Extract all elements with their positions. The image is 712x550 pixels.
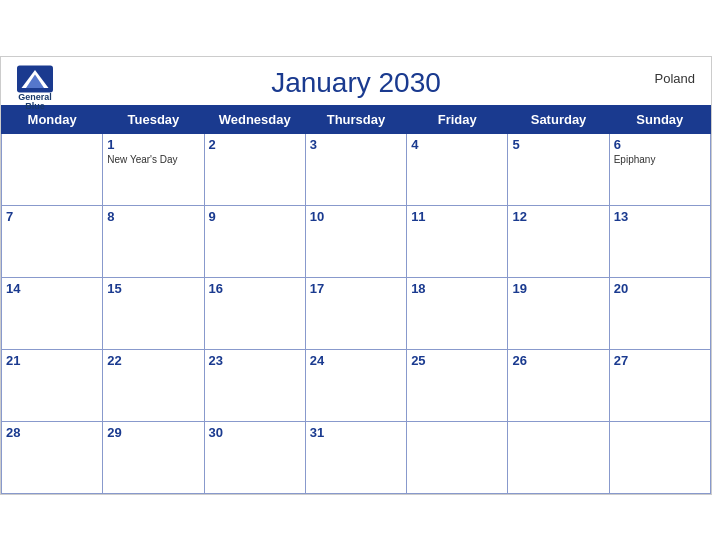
calendar-cell: 15 [103, 277, 204, 349]
calendar-cell: 1New Year's Day [103, 133, 204, 205]
calendar-cell: 12 [508, 205, 609, 277]
holiday-name: Epiphany [614, 154, 706, 165]
day-number: 31 [310, 425, 402, 440]
day-number: 12 [512, 209, 604, 224]
logo-icon [17, 65, 53, 93]
logo: General Blue [17, 65, 53, 113]
day-number: 20 [614, 281, 706, 296]
weekday-header-friday: Friday [407, 105, 508, 133]
weekday-header-saturday: Saturday [508, 105, 609, 133]
day-number: 21 [6, 353, 98, 368]
week-row-3: 14151617181920 [2, 277, 711, 349]
weekday-header-sunday: Sunday [609, 105, 710, 133]
day-number: 8 [107, 209, 199, 224]
day-number: 11 [411, 209, 503, 224]
calendar-thead: MondayTuesdayWednesdayThursdayFridaySatu… [2, 105, 711, 133]
week-row-1: 1New Year's Day23456Epiphany [2, 133, 711, 205]
calendar-cell: 30 [204, 421, 305, 493]
day-number: 1 [107, 137, 199, 152]
calendar-cell: 20 [609, 277, 710, 349]
calendar-cell: 4 [407, 133, 508, 205]
calendar-cell: 29 [103, 421, 204, 493]
calendar-cell: 31 [305, 421, 406, 493]
day-number: 5 [512, 137, 604, 152]
logo-blue-text: Blue [25, 102, 45, 112]
day-number: 24 [310, 353, 402, 368]
calendar-table: MondayTuesdayWednesdayThursdayFridaySatu… [1, 105, 711, 494]
weekday-header-tuesday: Tuesday [103, 105, 204, 133]
calendar-cell: 27 [609, 349, 710, 421]
calendar-cell [407, 421, 508, 493]
day-number: 17 [310, 281, 402, 296]
day-number: 6 [614, 137, 706, 152]
calendar-title: January 2030 [271, 67, 441, 99]
day-number: 10 [310, 209, 402, 224]
day-number: 25 [411, 353, 503, 368]
weekday-header-thursday: Thursday [305, 105, 406, 133]
calendar-cell: 24 [305, 349, 406, 421]
calendar-cell: 17 [305, 277, 406, 349]
calendar-body: 1New Year's Day23456Epiphany789101112131… [2, 133, 711, 493]
calendar-cell [508, 421, 609, 493]
calendar-cell: 5 [508, 133, 609, 205]
calendar-cell: 9 [204, 205, 305, 277]
day-number: 14 [6, 281, 98, 296]
day-number: 9 [209, 209, 301, 224]
day-number: 23 [209, 353, 301, 368]
day-number: 7 [6, 209, 98, 224]
week-row-5: 28293031 [2, 421, 711, 493]
day-number: 16 [209, 281, 301, 296]
calendar-header: General Blue January 2030 Poland [1, 57, 711, 105]
calendar-cell: 16 [204, 277, 305, 349]
calendar-cell [2, 133, 103, 205]
calendar-cell: 23 [204, 349, 305, 421]
calendar-cell: 13 [609, 205, 710, 277]
day-number: 30 [209, 425, 301, 440]
calendar-cell: 10 [305, 205, 406, 277]
day-number: 2 [209, 137, 301, 152]
calendar-cell: 25 [407, 349, 508, 421]
calendar-cell: 2 [204, 133, 305, 205]
calendar-cell: 11 [407, 205, 508, 277]
calendar-cell: 19 [508, 277, 609, 349]
day-number: 22 [107, 353, 199, 368]
day-number: 27 [614, 353, 706, 368]
calendar-cell: 21 [2, 349, 103, 421]
calendar-container: General Blue January 2030 Poland MondayT… [0, 56, 712, 495]
calendar-cell: 26 [508, 349, 609, 421]
week-row-2: 78910111213 [2, 205, 711, 277]
day-number: 4 [411, 137, 503, 152]
calendar-cell: 14 [2, 277, 103, 349]
day-number: 29 [107, 425, 199, 440]
day-number: 19 [512, 281, 604, 296]
holiday-name: New Year's Day [107, 154, 199, 165]
calendar-cell: 28 [2, 421, 103, 493]
calendar-cell: 3 [305, 133, 406, 205]
country-label: Poland [655, 71, 695, 86]
day-number: 26 [512, 353, 604, 368]
day-number: 3 [310, 137, 402, 152]
weekday-header-row: MondayTuesdayWednesdayThursdayFridaySatu… [2, 105, 711, 133]
day-number: 18 [411, 281, 503, 296]
week-row-4: 21222324252627 [2, 349, 711, 421]
calendar-cell: 6Epiphany [609, 133, 710, 205]
calendar-cell: 7 [2, 205, 103, 277]
weekday-header-wednesday: Wednesday [204, 105, 305, 133]
calendar-cell [609, 421, 710, 493]
calendar-cell: 22 [103, 349, 204, 421]
calendar-cell: 8 [103, 205, 204, 277]
day-number: 15 [107, 281, 199, 296]
day-number: 13 [614, 209, 706, 224]
calendar-cell: 18 [407, 277, 508, 349]
day-number: 28 [6, 425, 98, 440]
